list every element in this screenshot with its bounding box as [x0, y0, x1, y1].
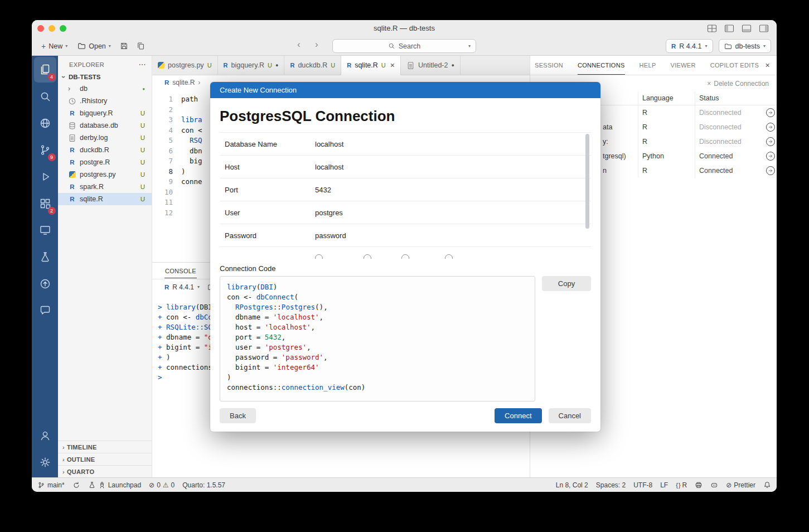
editor-tab-untitled-2[interactable]: Untitled-2●: [401, 56, 461, 75]
minimize-window-button[interactable]: [49, 25, 55, 32]
toggle-primary-sidebar-icon[interactable]: [724, 23, 734, 33]
activity-explorer-button[interactable]: 4: [34, 57, 56, 83]
toggle-panel-icon[interactable]: [742, 23, 752, 33]
quarto-version[interactable]: Quarto: 1.5.57: [182, 481, 225, 489]
git-status-badge: U: [141, 196, 152, 202]
radio-option[interactable]: [315, 254, 323, 259]
toggle-secondary-sidebar-icon[interactable]: [759, 23, 769, 33]
search-input[interactable]: Search ▾: [332, 39, 476, 53]
close-panel-icon[interactable]: ×: [766, 61, 770, 70]
section-outline[interactable]: ›OUTLINE: [58, 453, 152, 465]
panel-tab-help[interactable]: HELP: [640, 56, 656, 75]
panel-tab-viewer[interactable]: VIEWER: [671, 56, 696, 75]
git-status-badge: U: [141, 110, 152, 117]
cancel-button[interactable]: Cancel: [549, 408, 591, 423]
editor-tab-sqlite.r[interactable]: Rsqlite.RU×: [341, 56, 401, 75]
host-input[interactable]: localhost: [315, 163, 591, 171]
editor-tab-bigquery.r[interactable]: Rbigquery.RU●: [218, 56, 285, 75]
explorer-item-postgre.r[interactable]: Rpostgre.RU: [58, 156, 152, 168]
back-button[interactable]: Back: [220, 408, 256, 423]
activity-publish-button[interactable]: [34, 110, 56, 136]
nav-back-button[interactable]: ‹: [297, 39, 301, 50]
explorer-item-rhistory[interactable]: .Rhistory: [58, 95, 152, 107]
activity-account-button[interactable]: [34, 423, 56, 448]
radio-option[interactable]: [445, 254, 453, 259]
open-connection-icon[interactable]: [766, 137, 775, 146]
dialog-title-bar[interactable]: Create New Connection: [210, 82, 600, 98]
encoding-setting[interactable]: UTF-8: [633, 481, 652, 489]
copilot-button[interactable]: [710, 481, 718, 489]
printer-button[interactable]: [695, 481, 703, 489]
chevron-down-icon[interactable]: ▾: [468, 43, 471, 49]
console-tab[interactable]: CONSOLE: [164, 264, 197, 278]
panel-tab-copilot-edits[interactable]: COPILOT EDITS: [710, 56, 759, 75]
connection-code-block[interactable]: library(DBI)con <- dbConnect( RPostgres:…: [220, 276, 535, 402]
activity-source-control-button[interactable]: 9: [34, 137, 56, 163]
explorer-item-derby.log[interactable]: derby.logU: [58, 132, 152, 144]
activity-run-debug-button[interactable]: [34, 164, 56, 190]
open-connection-icon[interactable]: [766, 123, 775, 132]
open-connection-icon[interactable]: [766, 166, 775, 175]
database-name-input[interactable]: localhost: [315, 140, 591, 148]
explorer-item-bigquery.r[interactable]: Rbigquery.RU: [58, 107, 152, 119]
activity-chat-button[interactable]: [34, 298, 56, 323]
explorer-item-db[interactable]: ›db●: [58, 83, 152, 95]
open-connection-icon[interactable]: [766, 108, 775, 117]
duplicate-icon[interactable]: [134, 40, 148, 53]
port-input[interactable]: 5432: [315, 186, 591, 194]
open-connection-icon[interactable]: [766, 152, 775, 161]
explorer-item-spark.r[interactable]: Rspark.RU: [58, 181, 152, 193]
zoom-window-button[interactable]: [60, 25, 66, 32]
dirty-indicator[interactable]: ●: [275, 62, 278, 68]
open-button[interactable]: Open▾: [74, 40, 115, 53]
explorer-item-database.db[interactable]: database.dbU: [58, 119, 152, 132]
prettier-status[interactable]: ⊘Prettier: [726, 481, 755, 489]
explorer-item-postgres.py[interactable]: postgres.pyU: [58, 168, 152, 181]
breadcrumb-file[interactable]: sqlite.R: [172, 79, 195, 86]
activity-settings-button[interactable]: [34, 449, 56, 475]
activity-search-button[interactable]: [34, 84, 56, 109]
copy-button[interactable]: Copy: [542, 276, 591, 291]
indentation-setting[interactable]: Spaces: 2: [596, 481, 626, 489]
problems-status[interactable]: ⊘0⚠0: [149, 481, 175, 489]
activity-remote-button[interactable]: [34, 217, 56, 243]
panel-tab-session[interactable]: SESSION: [535, 56, 563, 75]
editor-tab-duckdb.r[interactable]: Rduckdb.RU: [284, 56, 341, 75]
sync-button[interactable]: [72, 481, 80, 489]
more-actions-icon[interactable]: ⋯: [139, 60, 146, 69]
interpreter-selector[interactable]: RR 4.4.1▾: [666, 39, 713, 53]
panel-tab-connections[interactable]: CONNECTIONS: [578, 56, 625, 75]
cursor-position[interactable]: Ln 8, Col 2: [556, 481, 588, 489]
git-branch-status[interactable]: main*: [37, 481, 65, 489]
new-button[interactable]: +New▾: [37, 40, 71, 53]
language-mode[interactable]: { }R: [676, 481, 687, 489]
delete-connection-button[interactable]: ×Delete Connection: [707, 80, 769, 88]
section-timeline[interactable]: ›TIMELINE: [58, 441, 152, 453]
nav-forward-button[interactable]: ›: [315, 39, 318, 50]
activity-positron-assistant-button[interactable]: [34, 271, 56, 297]
tab-label: bigquery.R: [231, 61, 265, 69]
radio-option[interactable]: [401, 254, 409, 259]
close-tab-icon[interactable]: ×: [390, 61, 395, 70]
editor-tab-postgres.py[interactable]: postgres.pyU: [152, 56, 218, 75]
save-icon[interactable]: [117, 40, 132, 53]
eol-setting[interactable]: LF: [660, 481, 668, 489]
radio-option[interactable]: [364, 254, 371, 259]
explorer-item-duckdb.r[interactable]: Rduckdb.RU: [58, 144, 152, 156]
close-window-button[interactable]: [37, 25, 44, 32]
explorer-item-sqlite.r[interactable]: Rsqlite.RU: [58, 193, 152, 205]
connect-button[interactable]: Connect: [495, 408, 541, 423]
dirty-indicator[interactable]: ●: [451, 62, 454, 68]
workspace-selector[interactable]: db-tests▾: [719, 39, 771, 53]
customize-layout-icon[interactable]: [707, 23, 717, 33]
launchpad-button[interactable]: Launchpad: [88, 481, 141, 489]
section-quarto[interactable]: ›QUARTO: [58, 465, 152, 477]
user-input[interactable]: postgres: [315, 209, 591, 217]
explorer-section-header[interactable]: ›DB-TESTS: [58, 72, 152, 83]
password-input[interactable]: password: [315, 231, 591, 240]
activity-testing-button[interactable]: [34, 244, 56, 270]
database-icon: [68, 122, 76, 130]
notifications-button[interactable]: [763, 481, 771, 489]
activity-extensions-button[interactable]: 2: [34, 191, 56, 216]
form-scrollbar[interactable]: [585, 134, 589, 229]
